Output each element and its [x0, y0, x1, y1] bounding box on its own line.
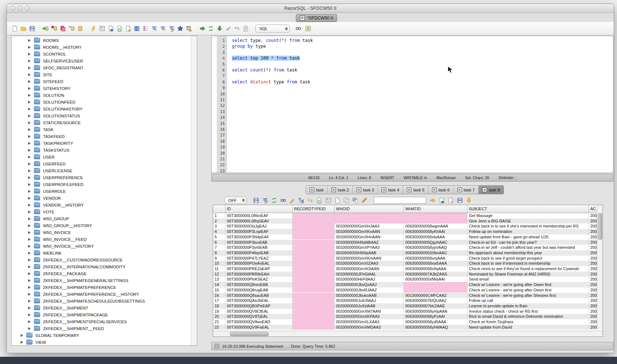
cell[interactable]: 200 — [589, 309, 597, 314]
cell[interactable]: Rick to email David & reference Delmonte… — [467, 314, 589, 319]
disclosure-triangle-icon[interactable] — [28, 313, 31, 316]
disclosure-triangle-icon[interactable] — [28, 307, 31, 309]
table-row[interactable]: 200T3000000L0RqSEAVGive Jenn a BIG RAISE… — [213, 218, 597, 224]
cell[interactable]: 00T3000000PfvKSEAZ — [225, 277, 293, 282]
cell[interactable]: 00630000005S0bnAAC — [404, 250, 467, 256]
tree-item[interactable]: W50_GROUP — [28, 215, 69, 222]
cell[interactable]: 200 — [589, 298, 597, 303]
commit-icon[interactable] — [225, 25, 232, 32]
table-view-icon[interactable] — [185, 25, 192, 32]
table-row[interactable]: 1500T3000000Q8rugEAB0033000000JbvRJAAZCh… — [213, 287, 597, 293]
disclosure-triangle-icon[interactable] — [28, 87, 31, 90]
disclosure-triangle-icon[interactable] — [28, 73, 31, 76]
cell[interactable]: 00T3000000QV8CfEAL — [225, 309, 293, 314]
cell[interactable]: 200 — [589, 256, 597, 261]
tree-item[interactable]: ROOMS — [28, 37, 59, 44]
tree-item[interactable]: VENDOR__HISTORY — [28, 202, 84, 208]
edit-results-icon[interactable] — [262, 197, 268, 204]
cell[interactable]: 0033000000JFhGlAAL — [335, 272, 404, 277]
tree-item[interactable]: USER — [28, 153, 55, 160]
disclosure-triangle-icon[interactable] — [28, 80, 31, 83]
table-row[interactable]: 1600T3000000Q8sauEAB0033000000JbukoAAB00… — [213, 293, 597, 298]
database-info-icon[interactable] — [77, 25, 83, 32]
limit-select[interactable]: OFF — [224, 197, 247, 204]
tree-item[interactable]: SITEFEED — [28, 78, 63, 85]
cell[interactable] — [293, 303, 335, 309]
row-number-cell[interactable]: 2 — [213, 218, 225, 224]
tree-item[interactable]: STATICRESOURCE — [28, 119, 81, 126]
disclosure-triangle-icon[interactable] — [28, 176, 31, 179]
edit-cell-icon[interactable] — [289, 197, 295, 204]
table-row[interactable]: 700T3000000P3yrbEAB0033000000GmXPYAA3006… — [213, 245, 597, 250]
table-row[interactable]: 1400T3000000Q8rexEAB0033000000JbvQzAAJCh… — [213, 282, 597, 287]
cell[interactable]: Follow-up on nomination — [467, 229, 589, 234]
tree-item[interactable]: W50_INVOICE__FEED — [28, 236, 87, 243]
new-file-icon[interactable] — [11, 25, 18, 32]
cell[interactable]: Need update from David — [467, 325, 589, 330]
disclosure-triangle-icon[interactable] — [28, 162, 31, 165]
close-tab-icon[interactable]: ✕ — [407, 187, 411, 192]
cell[interactable]: 200 — [589, 266, 597, 272]
cell[interactable] — [293, 229, 335, 234]
cell[interactable]: 200 — [589, 240, 597, 245]
tree-item[interactable]: SITEHISTORY — [28, 85, 70, 92]
cell[interactable] — [293, 314, 335, 319]
edit-filter-icon[interactable] — [168, 25, 175, 32]
cell[interactable]: 0033000000Ju9J9AAJ — [335, 298, 404, 303]
disconnect-icon[interactable] — [59, 25, 66, 32]
cell[interactable]: 006300000058yKhAAI — [404, 229, 467, 234]
tree-item[interactable]: SELFSERVICEUSER — [28, 57, 83, 64]
table-row[interactable]: 600T3000000P3tuvEAB0033000000H9aNBAAZ006… — [213, 240, 597, 245]
tree-item[interactable]: W50_INVOICE__HISTORY — [28, 243, 94, 250]
copy-rows-icon[interactable] — [343, 197, 350, 204]
row-number-cell[interactable]: 8 — [213, 250, 225, 256]
cell[interactable]: 006300000058yhWAAQ — [404, 325, 467, 330]
document-tab[interactable]: ✕ *SFDCW50 II — [296, 14, 337, 22]
format-brush-icon[interactable] — [361, 197, 368, 204]
table-row[interactable]: 1300T3000000PfvKSEAZ0033000000HirF8AAJ00… — [213, 277, 597, 282]
cell[interactable] — [335, 213, 404, 218]
cell[interactable]: Follow up call — [467, 298, 589, 303]
cell[interactable]: Get Massage — [467, 213, 589, 218]
export-results-icon[interactable] — [438, 197, 445, 204]
tree-item[interactable]: SFDC_REGISTRANT — [28, 64, 83, 71]
disclosure-triangle-icon[interactable] — [28, 238, 31, 241]
disclosure-triangle-icon[interactable] — [28, 46, 31, 49]
sql-log-icon[interactable] — [242, 25, 249, 32]
form-view-icon[interactable] — [325, 197, 332, 204]
results-grid[interactable]: IDRECORDTYPEIDWHOIDWHATIDSUBJECTAC 100T3… — [213, 205, 603, 337]
row-number-cell[interactable]: 15 — [213, 287, 225, 293]
tree-item[interactable]: ZKFEDEX__SHIPMATEPREFERENCE__HISTORY — [28, 291, 139, 298]
cell[interactable]: 006300000058xw5AAA — [404, 261, 467, 266]
table-row[interactable]: 1800T3000000QBXPeEAP0033000000Ju9zlAAB00… — [213, 303, 597, 309]
close-tab-icon[interactable]: ✕ — [331, 187, 336, 192]
cell[interactable]: 00T3000000P47LYEAZ — [225, 256, 293, 261]
favorites-icon[interactable] — [177, 25, 184, 32]
cell[interactable] — [293, 218, 335, 224]
tree-item[interactable]: ZKFEDEX__SHIPMENTPACKAGE — [28, 311, 108, 318]
cell[interactable]: 00T3000000QV8TjEAL — [225, 314, 293, 319]
table-row[interactable]: 1700T3000000QAeJbEAL0033000000Ju9J9AAJ00… — [213, 298, 597, 303]
tree-item[interactable]: ZKFEDEX__PACKAGE — [28, 270, 87, 277]
row-number-cell[interactable]: 16 — [213, 293, 225, 298]
table-row[interactable]: 400T3000000P3LopEAF0033000000GmXKnAAN006… — [213, 229, 597, 234]
cell[interactable] — [293, 213, 335, 218]
tree-item[interactable]: W50_INVOICE — [28, 229, 71, 236]
save-results-icon[interactable] — [253, 197, 259, 204]
cell[interactable]: Check back in to see if she's interested… — [467, 224, 589, 229]
row-number-cell[interactable]: 7 — [213, 245, 225, 250]
disclosure-triangle-icon[interactable] — [28, 149, 31, 152]
fetch-results-icon[interactable] — [216, 25, 223, 32]
cell[interactable]: 006300000058yd5AAA — [404, 319, 467, 325]
table-row[interactable]: 900T3000000P47LYEAZ0033000000GmXKmAAN006… — [213, 256, 597, 261]
cell[interactable]: 00630000007A3bZAAS — [404, 272, 467, 277]
tree-item[interactable]: USERROLE — [28, 188, 66, 195]
disclosure-triangle-icon[interactable] — [28, 320, 31, 323]
column-header-AC[interactable]: AC — [589, 205, 597, 213]
row-number-cell[interactable]: 19 — [213, 309, 225, 314]
cell[interactable] — [293, 325, 335, 330]
rollback-icon[interactable] — [233, 25, 240, 32]
tree-item[interactable]: SOLUTIONSTATUS — [28, 112, 80, 119]
cell[interactable]: 200 — [589, 261, 597, 266]
cell[interactable] — [293, 309, 335, 314]
